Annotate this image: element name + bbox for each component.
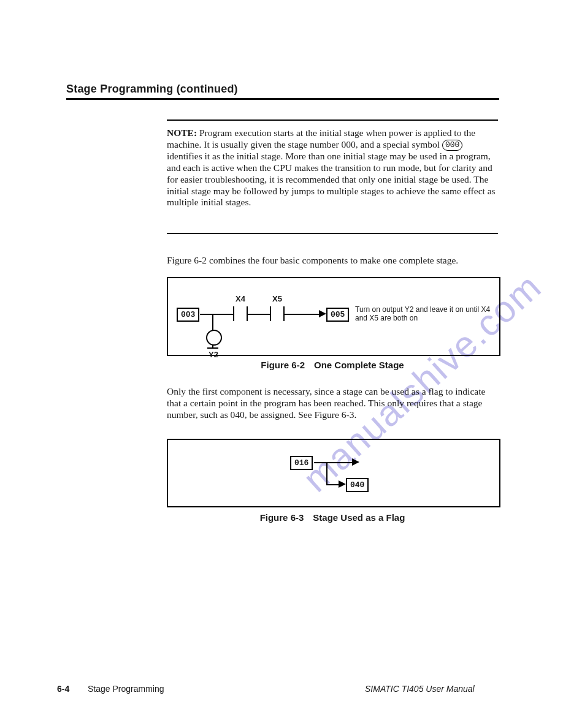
stage-box-003: 003	[177, 308, 199, 322]
arrow-top	[352, 458, 359, 466]
contact-label-x4: X4	[236, 294, 245, 303]
footer-manual-title: SIMATIC TI405 User Manual	[365, 684, 475, 694]
line-right-top	[314, 462, 353, 463]
contact-x5-right	[283, 306, 285, 321]
stage-box-005: 005	[326, 308, 349, 322]
arrow-to-005	[319, 310, 326, 317]
arrow-bottom	[339, 480, 346, 488]
output-label-y2: Y2	[209, 350, 218, 359]
fig62-side-text: Turn on output Y2 and leave it on until …	[355, 306, 493, 323]
branch-down	[212, 314, 213, 331]
page: manualshive.com Stage Programming (conti…	[0, 0, 563, 728]
contact-x5-gap	[271, 308, 283, 320]
note-bottom-rule	[167, 233, 498, 234]
note-lead: NOTE:	[167, 127, 197, 138]
contact-label-x5: X5	[272, 294, 282, 303]
output-coil	[206, 330, 222, 346]
figure-6-2: 003 X4 X5 005 Y2 Turn on output Y2 and l…	[167, 277, 500, 356]
stage-box-040: 040	[346, 478, 369, 492]
note-body-pre: Program execution starts at the initial …	[167, 127, 475, 150]
initial-stage-symbol: 000	[442, 140, 462, 151]
footer-chapter: Stage Programming	[88, 684, 164, 694]
section-heading: Stage Programming (continued)	[66, 83, 238, 96]
figure-6-2-caption: Figure 6-2 One Complete Stage	[167, 360, 498, 370]
note-text: NOTE: Program execution starts at the in…	[167, 127, 498, 208]
footer-page-number: 6-4	[57, 684, 69, 694]
figure-6-3-caption: Figure 6-3 Stage Used as a Flag	[167, 512, 498, 523]
mid-paragraph: Only the first component is necessary, s…	[167, 386, 498, 421]
line-right-bottom	[326, 484, 340, 485]
note-body-post: identifies it as the initial stage. More…	[167, 151, 496, 208]
figure-6-3: 016 040	[167, 439, 500, 507]
note-top-rule	[167, 119, 498, 121]
rung-line	[200, 314, 321, 315]
contact-x4-right	[247, 306, 248, 321]
fig62-intro-text: Figure 6-2 combines the four basic compo…	[167, 255, 498, 266]
line-down	[326, 462, 327, 485]
contact-x4-gap	[234, 308, 247, 320]
coil-base	[207, 347, 218, 349]
stage-box-016: 016	[290, 456, 313, 470]
heading-rule	[66, 98, 499, 100]
